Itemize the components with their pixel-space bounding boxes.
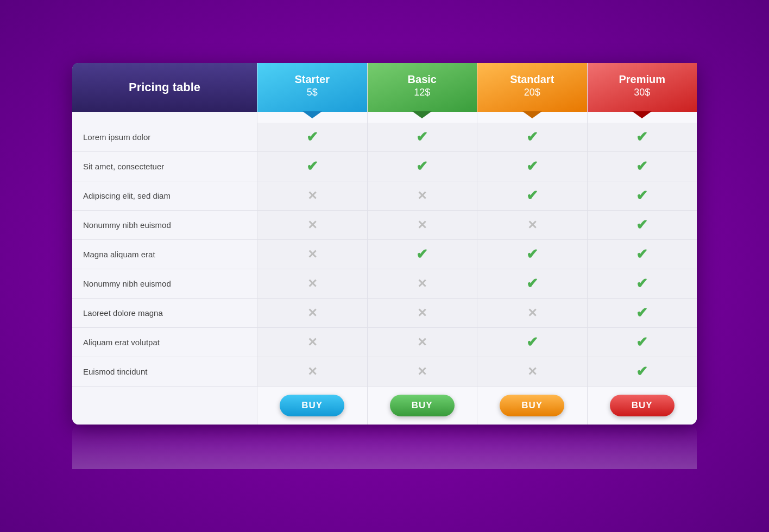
feature-cell-5-2: ✔ [477,269,587,299]
check-yes-1-2: ✔ [526,158,538,175]
feature-label-1: Sit amet, consectetuer [72,152,257,181]
feature-cell-1-0: ✔ [257,152,367,181]
check-no-5-1: ✕ [417,277,427,291]
feature-cell-0-2: ✔ [477,123,587,152]
check-yes-8-3: ✔ [636,363,648,380]
buy-cell-starter: BUY [257,387,367,425]
check-yes-4-2: ✔ [526,246,538,263]
feature-label-6: Laoreet dolore magna [72,299,257,328]
feature-cell-8-0: ✕ [257,357,367,387]
feature-cell-4-2: ✔ [477,240,587,269]
check-no-5-0: ✕ [307,277,317,291]
buy-row: BUY BUY BUY BUY [72,387,697,425]
feature-cell-8-3: ✔ [587,357,697,387]
check-no-4-0: ✕ [307,248,317,262]
plan-name-basic: Basic [408,73,437,86]
feature-cell-6-3: ✔ [587,299,697,328]
feature-cell-4-0: ✕ [257,240,367,269]
buy-button-starter[interactable]: BUY [280,395,344,416]
buy-label-cell [72,387,257,425]
check-no-6-2: ✕ [527,306,537,320]
plan-header-premium: Premium 30$ [587,63,697,112]
check-no-2-1: ✕ [417,189,427,203]
check-no-3-2: ✕ [527,218,537,232]
check-no-8-2: ✕ [527,365,537,379]
check-yes-0-3: ✔ [636,129,648,145]
feature-label-text-8: Euismod tincidunt [83,367,147,376]
plan-header-starter: Starter 5$ [257,63,367,112]
check-yes-3-3: ✔ [636,217,648,233]
feature-cell-3-3: ✔ [587,211,697,240]
check-yes-2-3: ✔ [636,187,648,204]
buy-button-premium[interactable]: BUY [610,395,675,416]
feature-label-0: Lorem ipsum dolor [72,123,257,152]
page-wrapper: Pricing table Starter 5$ Basic 12$ Stan [72,63,697,469]
buy-cell-basic: BUY [367,387,477,425]
feature-label-text-2: Adipiscing elit, sed diam [83,191,171,200]
feature-cell-2-0: ✕ [257,181,367,211]
table-grid: Pricing table Starter 5$ Basic 12$ Stan [72,63,697,123]
buy-button-basic[interactable]: BUY [390,395,455,416]
plan-banner-premium: Premium 30$ [588,63,697,112]
feature-label-4: Magna aliquam erat [72,240,257,269]
feature-cell-3-0: ✕ [257,211,367,240]
feature-cell-0-0: ✔ [257,123,367,152]
buy-button-standart[interactable]: BUY [500,395,564,416]
feature-cell-2-2: ✔ [477,181,587,211]
feature-label-5: Nonummy nibh euismod [72,269,257,299]
feature-cell-8-2: ✕ [477,357,587,387]
feature-cell-7-1: ✕ [367,328,477,357]
feature-cell-5-1: ✕ [367,269,477,299]
feature-cell-4-1: ✔ [367,240,477,269]
check-yes-5-3: ✔ [636,275,648,292]
check-yes-1-0: ✔ [306,158,318,175]
feature-cell-3-1: ✕ [367,211,477,240]
plan-price-starter: 5$ [307,87,318,98]
plan-header-basic: Basic 12$ [367,63,477,112]
feature-cell-0-3: ✔ [587,123,697,152]
check-yes-0-1: ✔ [416,129,428,145]
feature-cell-4-3: ✔ [587,240,697,269]
feature-label-2: Adipiscing elit, sed diam [72,181,257,211]
feature-label-text-1: Sit amet, consectetuer [83,162,164,171]
feature-cell-6-2: ✕ [477,299,587,328]
feature-label-text-7: Aliquam erat volutpat [83,338,160,347]
feature-label-text-3: Nonummy nibh euismod [83,220,171,230]
features-grid: Lorem ipsum dolor✔✔✔✔Sit amet, consectet… [72,123,697,387]
check-yes-7-3: ✔ [636,334,648,351]
check-no-3-0: ✕ [307,218,317,232]
feature-cell-6-0: ✕ [257,299,367,328]
buy-cell-standart: BUY [477,387,587,425]
check-no-3-1: ✕ [417,218,427,232]
plan-price-basic: 12$ [414,87,430,98]
spacer-label [72,112,257,123]
feature-cell-2-1: ✕ [367,181,477,211]
check-yes-4-1: ✔ [416,246,428,263]
check-no-8-1: ✕ [417,365,427,379]
feature-cell-7-2: ✔ [477,328,587,357]
check-yes-5-2: ✔ [526,275,538,292]
feature-label-text-4: Magna aliquam erat [83,250,155,259]
check-yes-2-2: ✔ [526,187,538,204]
check-no-7-1: ✕ [417,335,427,350]
feature-cell-2-3: ✔ [587,181,697,211]
plan-price-premium: 30$ [634,87,650,98]
feature-cell-1-1: ✔ [367,152,477,181]
feature-cell-1-2: ✔ [477,152,587,181]
check-yes-1-1: ✔ [416,158,428,175]
table-reflection [72,426,697,469]
feature-label-text-6: Laoreet dolore magna [83,308,163,318]
check-yes-7-2: ✔ [526,334,538,351]
pricing-table-card: Pricing table Starter 5$ Basic 12$ Stan [72,63,697,425]
plan-name-standart: Standart [510,73,554,86]
buy-cell-premium: BUY [587,387,697,425]
feature-label-8: Euismod tincidunt [72,357,257,387]
feature-label-3: Nonummy nibh euismod [72,211,257,240]
plan-price-standart: 20$ [524,87,540,98]
plan-name-premium: Premium [619,73,665,86]
feature-label-text-0: Lorem ipsum dolor [83,132,150,142]
feature-cell-5-0: ✕ [257,269,367,299]
feature-cell-1-3: ✔ [587,152,697,181]
table-title-header: Pricing table [72,63,257,112]
plan-banner-starter: Starter 5$ [257,63,367,112]
